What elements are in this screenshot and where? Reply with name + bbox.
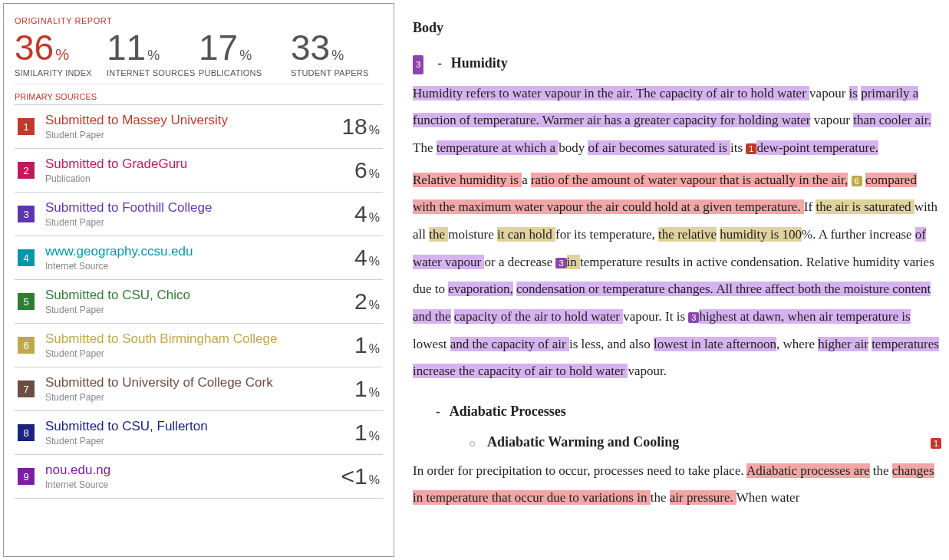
text-span: is less, and also — [569, 337, 654, 351]
source-row[interactable]: 2Submitted to GradeGuruPublication6% — [15, 149, 383, 193]
highlight-span: in — [567, 255, 580, 269]
metric-label: SIMILARITY INDEX — [15, 68, 107, 77]
source-type: Internet Source — [45, 261, 354, 272]
text-span: or a decrease — [484, 255, 555, 269]
text-span: vapour — [814, 113, 853, 127]
metric-label: INTERNET SOURCES — [107, 68, 199, 77]
text-span: %. A further increase — [802, 227, 915, 242]
text-span: lowest — [413, 337, 450, 351]
source-row[interactable]: 8Submitted to CSU, FullertonStudent Pape… — [15, 411, 383, 455]
source-tag-6[interactable]: 6 — [852, 176, 862, 186]
source-percentage: 1% — [354, 376, 380, 402]
source-tag-3[interactable]: 3 — [555, 258, 566, 268]
source-number-badge: 8 — [18, 424, 35, 441]
highlight-span: than cooler air. — [853, 113, 931, 127]
source-number-badge: 5 — [18, 293, 35, 310]
source-row[interactable]: 6Submitted to South Birmingham CollegeSt… — [15, 324, 383, 367]
metric-internet: 11% INTERNET SOURCES — [107, 30, 199, 77]
metric-label: STUDENT PAPERS — [291, 68, 383, 77]
text-span: In order for precipitation to occur, pro… — [413, 463, 746, 478]
source-type: Student Paper — [45, 130, 341, 140]
text-span: its — [730, 140, 743, 155]
highlight-span: highest at dawn, when air temperature is — [699, 309, 910, 324]
source-number-badge: 7 — [18, 380, 35, 397]
source-tag-3[interactable]: 3 — [688, 312, 699, 323]
source-info: Submitted to Massey UniversityStudent Pa… — [45, 113, 341, 140]
body-heading: Body — [413, 14, 941, 43]
source-title: nou.edu.ng — [45, 463, 341, 478]
subheading-adiabatic-row: - Adiabatic Processes — [413, 397, 941, 427]
paragraph-humidity: Humidity refers to water vapour in the a… — [413, 80, 941, 162]
source-title: Submitted to Foothill College — [45, 200, 354, 216]
highlight-span: the — [429, 227, 448, 242]
subheading-humidity: Humidity — [451, 49, 508, 78]
source-row[interactable]: 5Submitted to CSU, ChicoStudent Paper2% — [15, 280, 383, 324]
source-percentage: 2% — [354, 288, 380, 315]
source-percentage: 1% — [354, 332, 380, 358]
source-row[interactable]: 9nou.edu.ngInternet Source<1% — [15, 455, 383, 499]
source-type: Internet Source — [45, 479, 341, 490]
source-percentage: 6% — [354, 157, 380, 183]
text-span: vapour — [809, 86, 848, 100]
subheading-humidity-row: 3 - Humidity — [413, 49, 941, 78]
metric-publications: 17% PUBLICATIONS — [199, 30, 291, 77]
source-info: Submitted to Foothill CollegeStudent Pap… — [45, 200, 354, 228]
source-type: Publication — [45, 173, 354, 184]
highlight-span: evaporation, — [448, 282, 513, 296]
source-row[interactable]: 3Submitted to Foothill CollegeStudent Pa… — [15, 193, 383, 236]
highlight-span: higher air — [818, 337, 868, 351]
highlight-span: it can hold — [497, 227, 555, 242]
highlight-span: is — [849, 86, 858, 100]
highlight-span: lowest in late afternoon — [654, 337, 776, 351]
source-row[interactable]: 1Submitted to Massey UniversityStudent P… — [15, 105, 383, 149]
source-info: Submitted to CSU, FullertonStudent Paper — [45, 419, 354, 446]
source-tag-1[interactable]: 1 — [931, 438, 941, 449]
metrics-row: 36% SIMILARITY INDEX 11% INTERNET SOURCE… — [15, 30, 383, 84]
highlight-span: The capacity of air to hold water — [636, 86, 809, 100]
source-type: Student Paper — [45, 348, 354, 359]
source-row[interactable]: 7Submitted to University of College Cork… — [15, 367, 383, 411]
metric-similarity: 36% SIMILARITY INDEX — [15, 30, 107, 77]
metric-value: 11 — [107, 28, 146, 68]
source-tag-3[interactable]: 3 — [413, 55, 423, 74]
metric-value: 33 — [291, 28, 330, 68]
source-title: Submitted to GradeGuru — [45, 156, 354, 172]
highlight-span: the air is saturated — [816, 199, 914, 214]
subheading-warming-row: Adiabatic Warming and Cooling 1 — [470, 428, 941, 457]
highlight-span: humidity is 100 — [720, 227, 802, 242]
originality-report-panel: ORIGINALITY REPORT 36% SIMILARITY INDEX … — [3, 3, 394, 557]
source-type: Student Paper — [45, 392, 354, 403]
source-percentage: 1% — [354, 420, 380, 446]
bullet-circle-icon — [470, 441, 475, 446]
source-row[interactable]: 4www.geography.ccsu.eduInternet Source4% — [15, 236, 383, 280]
source-title: Submitted to University of College Cork — [45, 375, 354, 390]
source-number-badge: 9 — [18, 468, 35, 485]
highlight-span: temperature at which a — [437, 140, 559, 155]
text-span: the — [651, 490, 670, 505]
dash-icon: - — [436, 398, 440, 426]
source-percentage: 18% — [341, 114, 380, 140]
text-span: results in active condensation. — [645, 255, 806, 269]
highlight-span: Warmer air has a greater capacity for ho… — [542, 113, 811, 127]
source-tag-1[interactable]: 1 — [746, 143, 756, 154]
highlight-span: air pressure. — [670, 490, 736, 505]
highlight-span: Adiabatic processes are — [746, 463, 869, 478]
source-number-badge: 1 — [18, 118, 35, 135]
text-span: When water — [736, 490, 800, 505]
text-span: the — [873, 463, 892, 478]
source-number-badge: 6 — [18, 337, 35, 354]
text-span: body — [559, 140, 588, 155]
highlight-span: Humidity refers to water vapour — [413, 86, 584, 100]
text-span: vapour. It is — [623, 309, 688, 324]
highlight-span: the relative — [658, 227, 717, 242]
percent-sign: % — [147, 48, 160, 63]
source-title: Submitted to CSU, Chico — [45, 288, 354, 303]
metric-student-papers: 33% STUDENT PAPERS — [291, 30, 383, 77]
subheading-adiabatic: Adiabatic Processes — [450, 397, 566, 427]
paragraph-adiabatic: In order for precipitation to occur, pro… — [413, 457, 941, 512]
source-title: Submitted to Massey University — [45, 113, 341, 128]
source-info: www.geography.ccsu.eduInternet Source — [45, 244, 354, 272]
source-number-badge: 3 — [18, 206, 35, 222]
metric-value: 36 — [15, 28, 54, 68]
source-info: nou.edu.ngInternet Source — [45, 463, 341, 490]
